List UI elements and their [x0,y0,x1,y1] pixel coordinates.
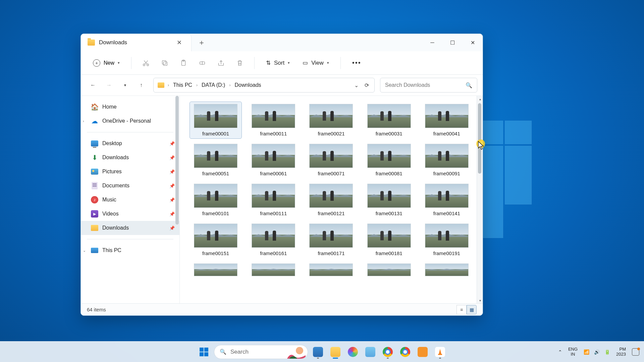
file-item[interactable]: frame00121 [305,182,357,218]
sidebar-scrollbar[interactable] [175,96,179,303]
nav-row: ← → ▾ ↑ › This PC › DATA (D:) › Download… [81,75,483,96]
file-item[interactable]: frame00031 [363,102,415,138]
new-button[interactable]: + New ▾ [88,57,124,69]
tab-close-button[interactable]: ✕ [174,38,184,48]
scroll-thumb[interactable] [478,103,481,174]
back-button[interactable]: ← [86,78,100,92]
sidebar-item-onedrive-personal[interactable]: ›☁OneDrive - Personal [81,114,179,128]
file-name: frame00031 [376,131,402,136]
cut-button[interactable] [138,56,154,70]
content-scrollbar[interactable]: ▴ ▾ [477,96,483,303]
recent-dropdown[interactable]: ▾ [118,78,132,92]
file-item[interactable]: frame00021 [305,102,357,138]
sidebar-item-music[interactable]: ♪Music📌 [81,193,179,207]
sidebar-item-documents[interactable]: Documents📌 [81,179,179,193]
address-bar[interactable]: › This PC › DATA (D:) › Downloads ⌄ ⟳ [153,78,375,93]
expand-icon[interactable]: › [83,119,84,123]
file-item[interactable]: frame00011 [248,102,299,138]
minimize-button[interactable]: ─ [422,34,442,51]
sidebar-item-downloads[interactable]: Downloads📌 [81,221,179,235]
scroll-down-button[interactable]: ▾ [477,297,483,303]
thumbnail [252,144,295,168]
file-item[interactable] [248,261,299,278]
music-icon: ♪ [91,196,98,203]
sidebar-item-home[interactable]: 🏠Home [81,100,179,114]
file-item[interactable]: frame00001 [190,102,241,138]
crumb-downloads[interactable]: Downloads [234,81,262,89]
scroll-up-button[interactable]: ▴ [477,96,483,102]
thumbnails-view-button[interactable]: ▦ [467,305,477,314]
search-input[interactable] [385,82,466,88]
file-item[interactable]: frame00171 [305,222,357,258]
notifications-button[interactable] [632,348,639,356]
file-item[interactable] [421,261,473,278]
crumb-data-d[interactable]: DATA (D:) [201,81,226,89]
file-item[interactable]: frame00091 [421,142,473,178]
sort-icon: ⇅ [266,59,271,66]
address-dropdown[interactable]: ⌄ [353,81,360,90]
taskbar-app-orange[interactable] [415,345,430,359]
delete-button[interactable] [232,56,248,70]
sidebar-item-label: Videos [102,211,119,217]
taskbar-app-taskview[interactable] [311,345,325,359]
search-box[interactable]: 🔍 [380,78,477,93]
file-item[interactable]: frame00051 [190,142,241,178]
taskbar-app-explorer[interactable] [328,345,343,359]
close-button[interactable]: ✕ [463,34,483,51]
sort-button[interactable]: ⇅ Sort ▾ [261,57,294,69]
battery-icon[interactable]: 🔋 [604,349,610,355]
up-button[interactable]: ↑ [135,78,148,92]
taskbar-app-chrome[interactable] [380,345,395,359]
file-item[interactable]: frame00141 [421,182,473,218]
sidebar-item-videos[interactable]: ▶Videos📌 [81,207,179,221]
share-button[interactable] [213,56,229,70]
file-item[interactable]: frame00151 [190,222,241,258]
taskbar-app-vlc[interactable] [433,345,447,359]
maximize-button[interactable]: ☐ [442,34,463,51]
expand-icon[interactable]: ⌄ [83,248,86,253]
sidebar-item-downloads[interactable]: ⬇Downloads📌 [81,150,179,165]
details-view-button[interactable]: ≡ [457,305,467,314]
search-icon[interactable]: 🔍 [466,82,472,88]
sidebar-item-desktop[interactable]: Desktop📌 [81,136,179,150]
system-tray: ⌃ ENG IN 📶 🔊 🔋 PM 2023 [558,347,639,357]
tray-overflow-button[interactable]: ⌃ [558,349,562,355]
taskbar-search[interactable]: 🔍 Search [214,345,308,359]
wifi-icon[interactable]: 📶 [584,349,589,355]
new-tab-button[interactable]: ＋ [192,34,212,51]
file-item[interactable]: frame00061 [248,142,299,178]
file-item[interactable]: frame00111 [248,182,299,218]
thumbnail [309,144,353,168]
file-item[interactable] [305,261,357,278]
tab-downloads[interactable]: Downloads ✕ [81,34,192,51]
taskbar-app-notepad[interactable] [363,345,378,359]
crumb-this-pc[interactable]: This PC [172,81,193,89]
file-item[interactable]: frame00041 [421,102,473,138]
file-item[interactable]: frame00131 [363,182,415,218]
forward-button[interactable]: → [102,78,116,92]
file-item[interactable]: frame00161 [248,222,299,258]
volume-icon[interactable]: 🔊 [594,349,600,355]
file-item[interactable]: frame00081 [363,142,415,178]
paste-button[interactable] [176,56,191,70]
docs-icon [91,182,98,189]
taskbar-app-paint[interactable] [345,345,360,359]
file-item[interactable] [363,261,415,278]
file-item[interactable]: frame00071 [305,142,357,178]
file-item[interactable] [190,261,241,278]
rename-button[interactable] [195,56,210,70]
file-item[interactable]: frame00191 [421,222,473,258]
sidebar-item-pictures[interactable]: Pictures📌 [81,165,179,179]
thumbnail [309,104,353,128]
sidebar-item-this-pc[interactable]: ⌄This PC [81,243,179,257]
file-item[interactable]: frame00181 [363,222,415,258]
more-button[interactable]: ••• [347,56,366,69]
taskbar-app-chrome-2[interactable] [398,345,413,359]
copy-button[interactable] [157,56,172,70]
language-button[interactable]: ENG IN [568,347,578,357]
refresh-button[interactable]: ⟳ [363,81,370,90]
file-item[interactable]: frame00101 [190,182,241,218]
clock-button[interactable]: PM 2023 [616,347,626,357]
start-button[interactable] [197,345,211,359]
view-button[interactable]: ▭ View ▾ [298,57,334,69]
